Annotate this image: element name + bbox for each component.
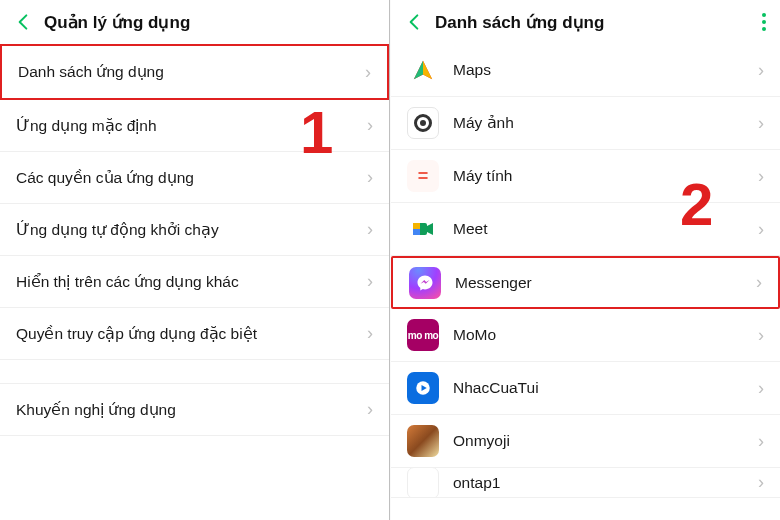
chevron-right-icon: ›: [758, 60, 764, 81]
chevron-right-icon: ›: [365, 62, 371, 83]
settings-list: Danh sách ứng dụng › Ứng dụng mặc định ›…: [0, 44, 389, 436]
svg-marker-1: [414, 61, 423, 79]
svg-rect-5: [413, 229, 420, 235]
ontap-icon: [407, 468, 439, 498]
svg-marker-2: [423, 61, 432, 79]
app-row-onmyoji[interactable]: Onmyoji ›: [391, 415, 780, 468]
svg-marker-6: [427, 223, 433, 235]
app-row-maps[interactable]: Maps ›: [391, 44, 780, 97]
chevron-right-icon: ›: [367, 399, 373, 420]
chevron-right-icon: ›: [367, 115, 373, 136]
app-label: Messenger: [455, 274, 756, 292]
row-default-apps[interactable]: Ứng dụng mặc định ›: [0, 100, 389, 152]
app-row-messenger[interactable]: Messenger ›: [391, 256, 780, 309]
app-label: Meet: [453, 220, 758, 238]
chevron-right-icon: ›: [758, 166, 764, 187]
onmyoji-icon: [407, 425, 439, 457]
calculator-icon: =: [407, 160, 439, 192]
row-autostart[interactable]: Ứng dụng tự động khởi chạy ›: [0, 204, 389, 256]
row-display-over-apps[interactable]: Hiển thị trên các ứng dụng khác ›: [0, 256, 389, 308]
chevron-right-icon: ›: [758, 113, 764, 134]
app-label: NhacCuaTui: [453, 379, 758, 397]
meet-icon: [407, 213, 439, 245]
row-label: Ứng dụng tự động khởi chạy: [16, 221, 367, 239]
header: Quản lý ứng dụng: [0, 0, 389, 44]
chevron-right-icon: ›: [367, 271, 373, 292]
row-special-access[interactable]: Quyền truy cập ứng dụng đặc biệt ›: [0, 308, 389, 360]
nhaccuatui-icon: [407, 372, 439, 404]
row-label: Các quyền của ứng dụng: [16, 169, 367, 187]
app-label: Máy tính: [453, 167, 758, 185]
app-label: ontap1: [453, 474, 758, 492]
app-row-meet[interactable]: Meet ›: [391, 203, 780, 256]
back-arrow-icon[interactable]: [12, 11, 34, 33]
app-row-camera[interactable]: Máy ảnh ›: [391, 97, 780, 150]
row-label: Khuyến nghị ứng dụng: [16, 401, 367, 419]
app-label: Máy ảnh: [453, 114, 758, 132]
camera-icon: [407, 107, 439, 139]
row-app-recommendations[interactable]: Khuyến nghị ứng dụng ›: [0, 384, 389, 436]
chevron-right-icon: ›: [758, 378, 764, 399]
app-row-nhaccuatui[interactable]: NhacCuaTui ›: [391, 362, 780, 415]
header: Danh sách ứng dụng: [391, 0, 780, 44]
momo-icon: mo mo: [407, 319, 439, 351]
back-arrow-icon[interactable]: [403, 11, 425, 33]
app-row-calculator[interactable]: = Máy tính ›: [391, 150, 780, 203]
app-row-momo[interactable]: mo mo MoMo ›: [391, 309, 780, 362]
app-row-ontap1[interactable]: ontap1 ›: [391, 468, 780, 498]
panel-app-list: Danh sách ứng dụng Maps › Máy ảnh › = Má…: [391, 0, 780, 520]
app-label: Maps: [453, 61, 758, 79]
row-label: Hiển thị trên các ứng dụng khác: [16, 273, 367, 291]
chevron-right-icon: ›: [758, 219, 764, 240]
chevron-right-icon: ›: [756, 272, 762, 293]
chevron-right-icon: ›: [367, 323, 373, 344]
chevron-right-icon: ›: [367, 219, 373, 240]
chevron-right-icon: ›: [758, 325, 764, 346]
chevron-right-icon: ›: [758, 472, 764, 493]
more-menu-icon[interactable]: [762, 13, 766, 31]
row-label: Quyền truy cập ứng dụng đặc biệt: [16, 325, 367, 343]
messenger-icon: [409, 267, 441, 299]
row-label: Danh sách ứng dụng: [18, 63, 365, 81]
app-label: Onmyoji: [453, 432, 758, 450]
section-divider: [0, 360, 389, 384]
svg-rect-4: [413, 223, 420, 229]
maps-icon: [407, 54, 439, 86]
panel-app-management: Quản lý ứng dụng Danh sách ứng dụng › Ứn…: [0, 0, 390, 520]
row-app-list[interactable]: Danh sách ứng dụng ›: [0, 44, 389, 100]
chevron-right-icon: ›: [758, 431, 764, 452]
chevron-right-icon: ›: [367, 167, 373, 188]
row-label: Ứng dụng mặc định: [16, 117, 367, 135]
app-list: Maps › Máy ảnh › = Máy tính › Meet ›: [391, 44, 780, 498]
page-title: Danh sách ứng dụng: [435, 12, 604, 33]
app-label: MoMo: [453, 326, 758, 344]
page-title: Quản lý ứng dụng: [44, 12, 190, 33]
row-app-permissions[interactable]: Các quyền của ứng dụng ›: [0, 152, 389, 204]
